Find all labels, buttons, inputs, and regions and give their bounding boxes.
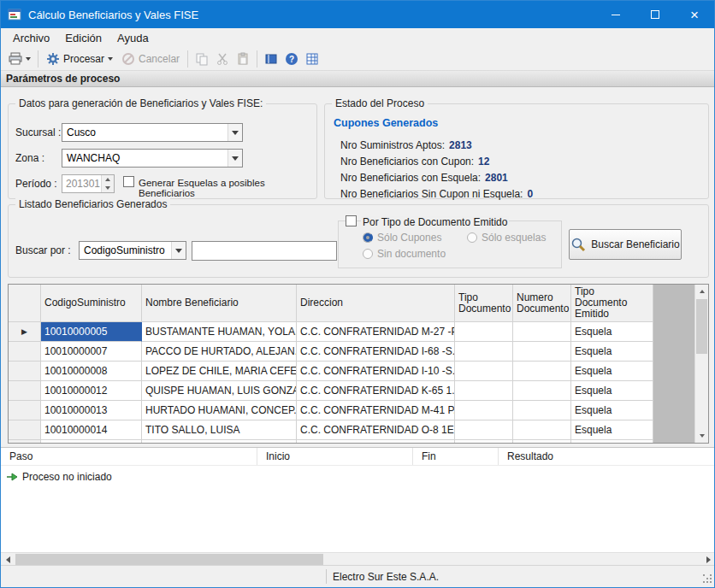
- close-button[interactable]: ×: [675, 1, 714, 28]
- menu-ayuda[interactable]: Ayuda: [109, 30, 157, 46]
- column-header[interactable]: Tipo Documento Emitido: [571, 285, 653, 322]
- cell-tipo-doc[interactable]: [455, 342, 513, 362]
- cell-direccion[interactable]: C.C. CONFRATERNIDAD M-41 P...: [297, 401, 455, 420]
- cell-codigo[interactable]: 10010000016: [41, 440, 142, 444]
- cell-tipo-doc[interactable]: [455, 401, 513, 420]
- maximize-button[interactable]: [635, 1, 675, 28]
- menu-archivo[interactable]: Archivo: [5, 30, 57, 46]
- cell-tipo-doc[interactable]: [455, 362, 513, 381]
- cell-tipo-doc[interactable]: [455, 440, 513, 444]
- buscar-por-combobox[interactable]: CodigoSuministro: [79, 241, 186, 260]
- radio-solo-esquelas[interactable]: [467, 232, 477, 243]
- sucursal-combobox[interactable]: Cusco: [62, 123, 243, 142]
- cell-numero-doc[interactable]: [513, 362, 571, 381]
- table-row[interactable]: 10010000013 HURTADO HUAMANI, CONCEP... C…: [9, 401, 708, 420]
- spin-down-icon[interactable]: [102, 184, 114, 192]
- cell-codigo[interactable]: 10010000008: [41, 362, 142, 381]
- table-row[interactable]: 10010000014 TITO SALLO, LUISA C.C. CONFR…: [9, 420, 708, 440]
- periodo-stepper[interactable]: 201301: [62, 174, 115, 193]
- table-row[interactable]: 10010000008 LOPEZ DE CHILE, MARIA CEFE..…: [9, 362, 708, 381]
- paste-button[interactable]: [233, 50, 253, 68]
- scroll-left-icon[interactable]: [1, 553, 15, 566]
- cell-nombre[interactable]: TITO SALLO, LUISA: [142, 420, 297, 440]
- table-row[interactable]: 10010000012 QUISPE HUAMAN, LUIS GONZA...…: [9, 381, 708, 401]
- cell-nombre[interactable]: CONCA HUAMAN, MARIA...: [142, 440, 297, 444]
- table-row[interactable]: ▶ 10010000005 BUSTAMANTE HUAMAN, YOLA...…: [9, 322, 708, 342]
- row-header[interactable]: [9, 440, 41, 444]
- cell-numero-doc[interactable]: [513, 322, 571, 342]
- radio-solo-cupones[interactable]: [363, 232, 373, 243]
- cell-numero-doc[interactable]: [513, 401, 571, 420]
- generar-esquelas-checkbox[interactable]: [123, 176, 134, 187]
- resize-grip[interactable]: [703, 574, 713, 585]
- row-header[interactable]: [9, 381, 41, 401]
- cell-numero-doc[interactable]: [513, 420, 571, 440]
- cell-numero-doc[interactable]: [513, 440, 571, 444]
- table-row-partial[interactable]: 10010000016 CONCA HUAMAN, MARIA... C.C. …: [9, 440, 708, 444]
- cell-direccion[interactable]: C.C. CONFRATERNIDAD I-10 -S...: [297, 362, 455, 381]
- spin-up-icon[interactable]: [102, 175, 114, 184]
- buscar-input[interactable]: [192, 241, 337, 261]
- tipo-documento-checkbox[interactable]: [346, 215, 357, 226]
- help-button[interactable]: ?: [281, 50, 302, 68]
- procesar-button[interactable]: Procesar: [42, 50, 117, 68]
- print-button[interactable]: [5, 50, 34, 68]
- cell-tipo-emitido[interactable]: Esquela: [571, 322, 653, 342]
- column-header[interactable]: Direccion: [297, 285, 455, 322]
- cut-button[interactable]: [212, 50, 233, 68]
- row-header[interactable]: [9, 362, 41, 381]
- cell-direccion[interactable]: C.C. CONFRATERNIDAD K-65 1...: [297, 381, 455, 401]
- cell-tipo-emitido[interactable]: Esquela: [571, 362, 653, 381]
- scrollbar-thumb[interactable]: [696, 299, 707, 354]
- cell-direccion[interactable]: C.C. CONFRATERNIDAD I-68 -S...: [297, 342, 455, 362]
- row-header[interactable]: [9, 401, 41, 420]
- cell-direccion[interactable]: C.C. CONFRATERNIDAD O-8 1E...: [297, 420, 455, 440]
- cell-nombre[interactable]: LOPEZ DE CHILE, MARIA CEFE...: [142, 362, 297, 381]
- cell-nombre[interactable]: HURTADO HUAMANI, CONCEP...: [142, 401, 297, 420]
- cell-codigo[interactable]: 10010000012: [41, 381, 142, 401]
- copy-button[interactable]: [192, 50, 212, 68]
- cell-tipo-emitido[interactable]: Esquela: [571, 381, 653, 401]
- row-header[interactable]: [9, 342, 41, 362]
- buscar-beneficiario-button[interactable]: Buscar Beneficiario: [569, 229, 682, 260]
- zona-combobox[interactable]: WANCHAQ: [62, 149, 243, 168]
- cell-nombre[interactable]: QUISPE HUAMAN, LUIS GONZA...: [142, 381, 297, 401]
- cell-tipo-emitido[interactable]: Esquela: [571, 401, 653, 420]
- cell-tipo-doc[interactable]: [455, 420, 513, 440]
- row-header[interactable]: ▶: [9, 322, 41, 342]
- scroll-up-icon[interactable]: [695, 285, 709, 298]
- cell-numero-doc[interactable]: [513, 342, 571, 362]
- cancelar-button[interactable]: Cancelar: [117, 50, 184, 68]
- cell-codigo[interactable]: 10010000005: [41, 322, 142, 342]
- cell-direccion[interactable]: C.C. CONFRATERNIDAD M-27 -P...: [297, 322, 455, 342]
- cell-codigo[interactable]: 10010000013: [41, 401, 142, 420]
- radio-sin-documento[interactable]: [363, 249, 373, 259]
- column-header[interactable]: CodigoSuministro: [41, 285, 142, 322]
- cell-codigo[interactable]: 10010000014: [41, 420, 142, 440]
- cell-tipo-emitido[interactable]: Esquela: [571, 440, 653, 444]
- cell-tipo-doc[interactable]: [455, 381, 513, 401]
- cell-numero-doc[interactable]: [513, 381, 571, 401]
- grid-vertical-scrollbar[interactable]: [694, 285, 708, 443]
- menu-edicion[interactable]: Edición: [57, 30, 109, 46]
- column-header[interactable]: Numero Documento: [513, 285, 571, 322]
- cell-tipo-doc[interactable]: [455, 322, 513, 342]
- cell-nombre[interactable]: BUSTAMANTE HUAMAN, YOLA...: [142, 322, 297, 342]
- horizontal-scrollbar[interactable]: [1, 552, 715, 565]
- book-button[interactable]: [261, 50, 281, 68]
- table-row[interactable]: 10010000007 PACCO DE HURTADO, ALEJAN... …: [9, 342, 708, 362]
- cell-nombre[interactable]: PACCO DE HURTADO, ALEJAN...: [142, 342, 297, 362]
- scrollbar-thumb[interactable]: [15, 554, 323, 565]
- scroll-right-icon[interactable]: [701, 553, 715, 566]
- cell-codigo[interactable]: 10010000007: [41, 342, 142, 362]
- column-header[interactable]: Nombre Beneficiario: [142, 285, 297, 322]
- row-header[interactable]: [9, 420, 41, 440]
- scroll-down-icon[interactable]: [695, 429, 709, 443]
- table-button[interactable]: [302, 50, 322, 68]
- cell-direccion[interactable]: C.C. CONFRATERNIDAD F-12 L...: [297, 440, 455, 444]
- minimize-button[interactable]: [596, 1, 635, 28]
- cell-tipo-emitido[interactable]: Esquela: [571, 342, 653, 362]
- column-header[interactable]: Tipo Documento: [455, 285, 513, 322]
- cell-tipo-emitido[interactable]: Esquela: [571, 420, 653, 440]
- grid-corner-cell[interactable]: [9, 285, 41, 322]
